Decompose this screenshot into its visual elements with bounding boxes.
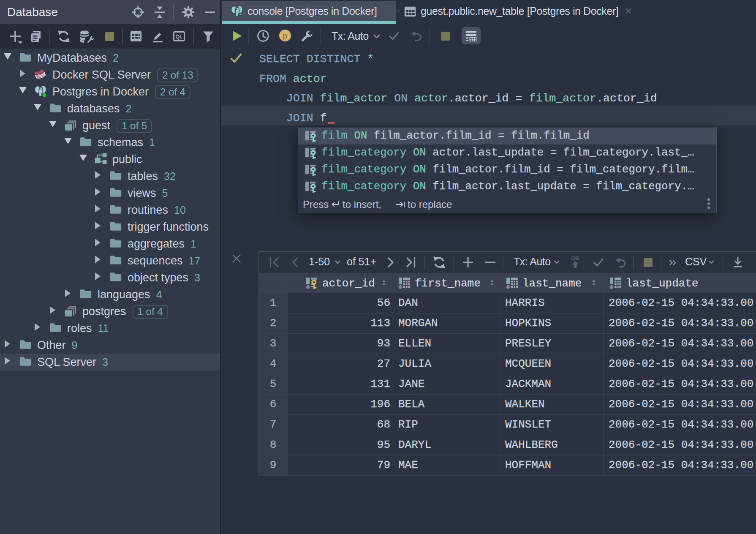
svg-text:DB: DB [571,255,579,262]
svg-text:p: p [283,31,288,40]
svg-text:QL: QL [176,34,183,40]
